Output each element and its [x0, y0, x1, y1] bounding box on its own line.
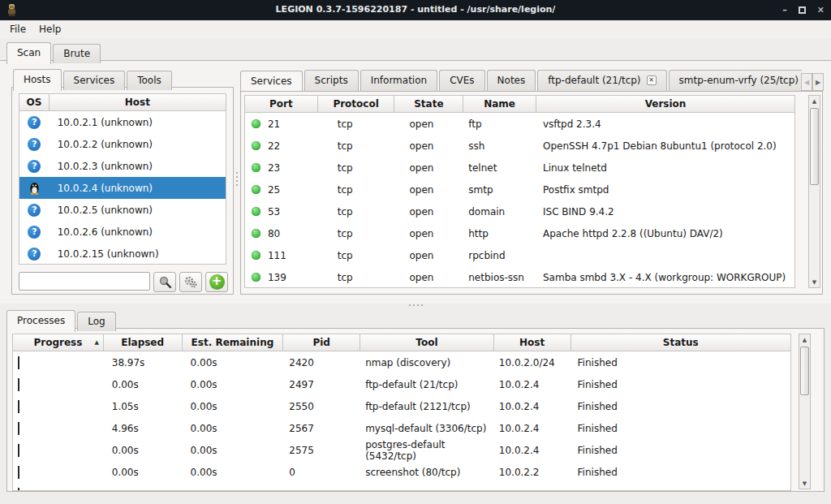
services-table: Port Protocol State Name Version 21 tcp … — [244, 95, 795, 288]
process-row[interactable]: 0.00s 0.00s 0 screenshot (80/tcp) 10.0.2… — [13, 461, 790, 483]
open-port-icon — [252, 229, 260, 238]
process-row[interactable]: 4.96s 0.00s 2567 mysql-default (3306/tcp… — [13, 417, 790, 439]
host-filter-input[interactable] — [19, 272, 150, 291]
tab-hosts[interactable]: Hosts — [13, 69, 62, 91]
processes-scrollbar[interactable]: ▲ ▼ — [799, 334, 811, 489]
tab-processes[interactable]: Processes — [6, 310, 75, 332]
vertical-splitter[interactable] — [235, 172, 239, 195]
scroll-up-icon[interactable]: ▲ — [803, 334, 807, 345]
tab-ftp-default-21[interactable]: ftp-default (21/tcp) ✕ — [537, 70, 666, 91]
open-port-icon — [252, 119, 260, 128]
tab-information[interactable]: Information — [360, 70, 437, 91]
search-button[interactable] — [153, 272, 176, 292]
host-row[interactable]: ? 10.0.2.3 (unknown) — [19, 155, 226, 177]
column-header-progress[interactable]: Progress ▲ — [13, 334, 104, 351]
process-row[interactable]: 38.97s 0.00s 2420 nmap (discovery) 10.0.… — [13, 351, 790, 373]
tab-brute[interactable]: Brute — [53, 44, 101, 63]
open-port-icon — [252, 207, 260, 216]
open-port-icon — [252, 141, 260, 150]
open-port-icon — [252, 251, 260, 260]
service-row[interactable]: 25 tcp open smtp Postfix smtpd — [245, 179, 794, 200]
close-tab-icon[interactable]: ✕ — [647, 75, 657, 85]
close-button[interactable]: ✕ — [817, 6, 825, 15]
host-row[interactable]: ? 10.0.2.1 (unknown) — [19, 111, 226, 133]
menu-help[interactable]: Help — [32, 21, 67, 37]
menu-file[interactable]: File — [3, 21, 32, 37]
search-icon — [158, 275, 172, 289]
hosts-pane: OS Host ? 10.0.2.1 (unknown) ? 10.0.2.2 … — [11, 87, 234, 295]
process-row[interactable]: 0.00s 0.00s 2575 postgres-default (5432/… — [13, 439, 790, 461]
column-header-protocol[interactable]: Protocol — [318, 96, 395, 112]
tab-notes[interactable]: Notes — [487, 70, 536, 91]
service-row[interactable]: 22 tcp open ssh OpenSSH 4.7p1 Debian 8ub… — [245, 135, 794, 157]
hosts-table: OS Host ? 10.0.2.1 (unknown) ? 10.0.2.2 … — [19, 93, 226, 265]
service-row[interactable]: 111 tcp open rpcbind — [245, 244, 794, 266]
column-header-elapsed[interactable]: Elapsed — [104, 334, 183, 351]
legion-window: LEGION 0.3.7-1596220187 - untitled - /us… — [0, 0, 831, 504]
tab-tools[interactable]: Tools — [127, 71, 172, 90]
column-header-tool[interactable]: Tool — [360, 334, 494, 351]
add-host-button[interactable]: + — [205, 272, 228, 292]
scroll-down-icon[interactable]: ▼ — [812, 277, 816, 287]
scroll-up-icon[interactable]: ▲ — [812, 96, 816, 106]
process-row[interactable]: 1.05s 0.00s 2550 ftp-default (2121/tcp) … — [13, 395, 790, 417]
processes-pane: Progress ▲ Elapsed Est. Remaining Pid To… — [6, 328, 825, 492]
column-header-version[interactable]: Version — [536, 96, 794, 112]
services-tabbar: Services Scripts Information CVEs Notes … — [240, 70, 802, 91]
column-header-pid[interactable]: Pid — [283, 334, 360, 351]
tab-scan[interactable]: Scan — [6, 42, 51, 64]
service-row[interactable]: 139 tcp open netbios-ssn Samba smbd 3.X … — [245, 266, 794, 288]
column-header-host[interactable]: Host — [50, 94, 226, 110]
column-header-name[interactable]: Name — [463, 96, 536, 112]
column-header-status[interactable]: Status — [571, 334, 790, 351]
tab-log[interactable]: Log — [77, 312, 115, 331]
processes-table: Progress ▲ Elapsed Est. Remaining Pid To… — [12, 334, 791, 491]
service-row[interactable]: 21 tcp open ftp vsftpd 2.3.4 — [245, 113, 794, 135]
column-header-est-remaining[interactable]: Est. Remaining — [183, 334, 284, 351]
column-header-host[interactable]: Host — [494, 334, 571, 351]
minimize-button[interactable]: – — [782, 6, 787, 15]
host-row[interactable]: ? 10.0.2.15 (unknown) — [19, 243, 226, 265]
tab-scroll-buttons: ◀ ▶ — [801, 73, 824, 91]
unknown-os-icon: ? — [28, 204, 41, 217]
tab-smtp-enum-vrfy-25[interactable]: smtp-enum-vrfy (25/tcp) ✕ — [669, 70, 802, 91]
progress-bar — [18, 488, 19, 492]
progress-bar — [18, 356, 19, 369]
service-row[interactable]: 80 tcp open http Apache httpd 2.2.8 ((Ub… — [245, 222, 794, 244]
tab-services[interactable]: Services — [240, 71, 303, 91]
gears-icon — [183, 276, 198, 289]
service-row[interactable]: 53 tcp open domain ISC BIND 9.4.2 — [245, 200, 794, 222]
column-header-port[interactable]: Port — [245, 96, 318, 112]
settings-button[interactable] — [179, 272, 202, 292]
host-row[interactable]: ? 10.0.2.5 (unknown) — [19, 199, 226, 221]
titlebar: LEGION 0.3.7-1596220187 - untitled - /us… — [0, 0, 831, 20]
open-port-icon — [252, 163, 260, 172]
menubar: File Help — [0, 20, 831, 38]
host-row[interactable]: ? 10.0.2.6 (unknown) — [19, 221, 226, 243]
process-row-partial[interactable] — [13, 483, 790, 491]
service-row[interactable]: 23 tcp open telnet Linux telnetd — [245, 157, 794, 179]
unknown-os-icon: ? — [28, 116, 41, 129]
maximize-button[interactable] — [799, 6, 806, 14]
horizontal-splitter[interactable] — [404, 304, 427, 308]
scroll-tabs-right-icon[interactable]: ▶ — [812, 73, 824, 91]
host-row[interactable]: ? 10.0.2.2 (unknown) — [19, 133, 226, 155]
scroll-tabs-left-icon[interactable]: ◀ — [801, 73, 812, 91]
window-title: LEGION 0.3.7-1596220187 - untitled - /us… — [0, 4, 831, 15]
main-tabbar: Scan Brute — [6, 42, 102, 63]
progress-bar — [18, 400, 19, 413]
process-row[interactable]: 0.00s 0.00s 2497 ftp-default (21/tcp) 10… — [13, 373, 790, 395]
scroll-down-icon[interactable]: ▼ — [803, 478, 807, 489]
services-scrollbar[interactable]: ▲ ▼ — [808, 95, 820, 288]
unknown-os-icon: ? — [28, 138, 41, 151]
tab-host-services[interactable]: Services — [63, 71, 126, 90]
host-row-selected[interactable]: 10.0.2.4 (unknown) — [19, 177, 226, 199]
bottom-tabbar: Processes Log — [6, 310, 118, 331]
column-header-os[interactable]: OS — [19, 94, 50, 110]
tab-scripts[interactable]: Scripts — [304, 70, 359, 91]
open-port-icon — [252, 185, 260, 194]
progress-bar — [18, 378, 19, 391]
tab-cves[interactable]: CVEs — [439, 70, 484, 91]
unknown-os-icon: ? — [28, 248, 41, 261]
column-header-state[interactable]: State — [394, 96, 463, 112]
